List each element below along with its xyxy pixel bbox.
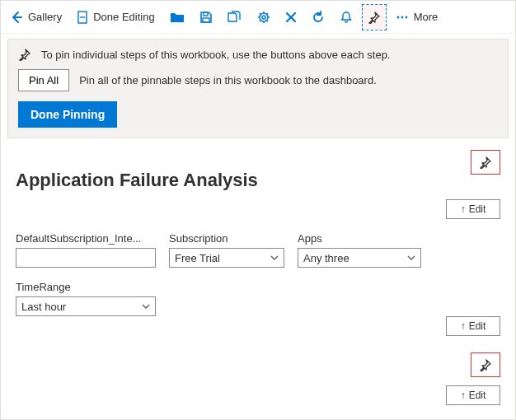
folder-icon [170, 12, 185, 23]
edit-step-button[interactable]: ↑ Edit [446, 199, 500, 219]
svg-rect-2 [204, 12, 208, 16]
parameters-block: DefaultSubscription_Inte... Subscription… [16, 232, 500, 316]
chevron-down-icon [270, 255, 279, 260]
subscription-dropdown[interactable]: Free Trial [169, 248, 284, 268]
alert-button[interactable] [334, 4, 359, 30]
settings-button[interactable] [251, 4, 276, 30]
pin-info-banner: To pin individual steps of this workbook… [7, 39, 509, 138]
done-editing-label: Done Editing [93, 11, 154, 23]
svg-point-5 [262, 16, 265, 19]
chevron-down-icon [407, 255, 415, 260]
arrow-up-icon: ↑ [461, 203, 466, 215]
refresh-button[interactable] [306, 4, 331, 30]
done-editing-icon [77, 11, 88, 24]
svg-line-13 [266, 13, 267, 14]
edit-label: Edit [469, 320, 486, 332]
pin-mode-button[interactable] [362, 4, 387, 30]
gear-icon [257, 11, 270, 24]
save-icon [199, 11, 213, 24]
back-arrow-icon [10, 11, 23, 24]
gallery-label: Gallery [28, 11, 62, 23]
pin-icon [479, 358, 492, 371]
param-label: TimeRange [16, 281, 156, 293]
svg-point-18 [405, 16, 407, 18]
pin-icon [479, 156, 492, 169]
arrow-up-icon: ↑ [461, 320, 466, 332]
toolbar: Gallery Done Editing More [1, 1, 515, 34]
param-label: Subscription [169, 232, 284, 245]
timerange-dropdown[interactable]: Last hour [16, 296, 156, 316]
param-value: Any three [303, 252, 349, 264]
param-label: DefaultSubscription_Inte... [16, 232, 156, 245]
more-label: More [414, 11, 439, 23]
step-pin-button[interactable] [471, 150, 500, 175]
param-label: Apps [298, 232, 421, 245]
svg-point-4 [260, 13, 268, 21]
close-button[interactable] [279, 4, 303, 30]
more-icon [396, 15, 409, 20]
param-value: Free Trial [175, 252, 220, 264]
pin-icon [18, 48, 31, 61]
page-heading: Application Failure Analysis [16, 170, 500, 191]
done-pinning-button[interactable]: Done Pinning [18, 101, 117, 128]
save-copy-button[interactable] [222, 4, 248, 30]
pin-icon [368, 11, 381, 24]
edit-step-button[interactable]: ↑ Edit [446, 316, 500, 336]
done-editing-button[interactable]: Done Editing [71, 4, 160, 30]
step-pin-button[interactable] [471, 352, 500, 377]
save-button[interactable] [194, 4, 218, 30]
chevron-down-icon [142, 304, 150, 309]
svg-point-16 [396, 16, 399, 18]
open-button[interactable] [164, 4, 190, 30]
default-subscription-input[interactable] [16, 248, 156, 268]
back-gallery-button[interactable]: Gallery [4, 4, 68, 30]
workbook-body: Application Failure Analysis ↑ Edit Defa… [1, 138, 515, 316]
bell-icon [340, 11, 353, 24]
more-button[interactable]: More [390, 4, 444, 30]
apps-dropdown[interactable]: Any three [298, 248, 421, 268]
pin-info-text: To pin individual steps of this workbook… [41, 49, 390, 61]
edit-label: Edit [469, 203, 486, 215]
svg-point-17 [401, 16, 403, 18]
close-icon [285, 12, 297, 23]
edit-step-button[interactable]: ↑ Edit [446, 385, 500, 405]
save-copy-icon [228, 11, 242, 24]
param-value: Last hour [21, 301, 66, 313]
edit-label: Edit [469, 390, 486, 401]
pin-all-button[interactable]: Pin All [18, 69, 69, 91]
svg-line-12 [260, 20, 260, 21]
refresh-icon [312, 11, 325, 24]
arrow-up-icon: ↑ [461, 390, 466, 401]
pin-all-description: Pin all of the pinnable steps in this wo… [79, 74, 377, 86]
svg-line-11 [266, 20, 267, 21]
svg-line-10 [260, 13, 260, 14]
